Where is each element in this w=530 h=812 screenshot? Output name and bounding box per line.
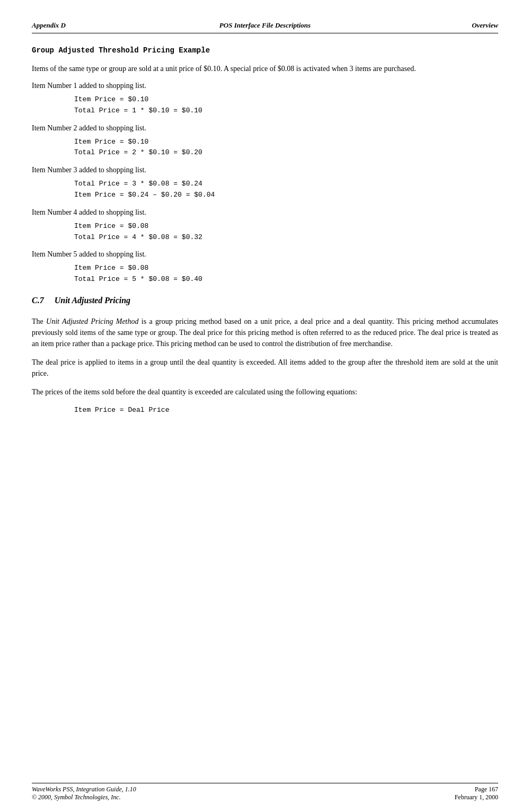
item-4-code-line-2: Total Price = 4 * $0.08 = $0.32 (74, 232, 498, 243)
section-c7-heading: C.7 Unit Adjusted Pricing (32, 296, 498, 305)
footer-left-line1: WaveWorks PSS, Integration Guide, 1.10 (32, 785, 136, 793)
item-1: Item Number 1 added to shopping list. It… (32, 82, 498, 117)
item-4-code-line-1: Item Price = $0.08 (74, 221, 498, 232)
item-3-code: Total Price = 3 * $0.08 = $0.24 Item Pri… (74, 179, 498, 201)
item-5-code-line-2: Total Price = 5 * $0.08 = $0.40 (74, 274, 498, 285)
item-5: Item Number 5 added to shopping list. It… (32, 250, 498, 285)
c7-paragraph-1: The Unit Adjusted Pricing Method is a gr… (32, 316, 498, 349)
section-c7-number: C.7 (32, 296, 44, 305)
item-1-code: Item Price = $0.10 Total Price = 1 * $0.… (74, 94, 498, 117)
item-2: Item Number 2 added to shopping list. It… (32, 124, 498, 159)
item-5-code: Item Price = $0.08 Total Price = 5 * $0.… (74, 263, 498, 285)
c7-paragraph-2: The deal price is applied to items in a … (32, 357, 498, 379)
page-container: Appendix D POS Interface File Descriptio… (0, 0, 530, 812)
page-header: Appendix D POS Interface File Descriptio… (32, 21, 498, 33)
footer-left-line2: © 2000, Symbol Technologies, Inc. (32, 793, 136, 801)
section-c7-title: Unit Adjusted Pricing (55, 296, 130, 305)
c7-paragraph-3: The prices of the items sold before the … (32, 386, 498, 398)
section-heading: Group Adjusted Threshold Pricing Example (32, 46, 498, 55)
item-3-code-line-2: Item Price = $0.24 – $0.20 = $0.04 (74, 190, 498, 201)
item-2-code: Item Price = $0.10 Total Price = 2 * $0.… (74, 137, 498, 159)
header-right: Overview (343, 21, 498, 30)
c7-code-block: Item Price = Deal Price (74, 405, 498, 416)
header-center: POS Interface File Descriptions (187, 21, 342, 30)
item-4-code: Item Price = $0.08 Total Price = 4 * $0.… (74, 221, 498, 243)
item-2-label: Item Number 2 added to shopping list. (32, 124, 498, 133)
footer-right-line1: Page 167 (455, 785, 498, 793)
page-footer: WaveWorks PSS, Integration Guide, 1.10 ©… (32, 783, 498, 801)
item-1-label: Item Number 1 added to shopping list. (32, 82, 498, 90)
item-5-label: Item Number 5 added to shopping list. (32, 250, 498, 259)
intro-paragraph: Items of the same type or group are sold… (32, 63, 498, 74)
item-2-code-line-1: Item Price = $0.10 (74, 137, 498, 148)
item-1-code-line-2: Total Price = 1 * $0.10 = $0.10 (74, 105, 498, 117)
c7-italic-phrase: Unit Adjusted Pricing Method (46, 317, 138, 325)
footer-right-line2: February 1, 2000 (455, 793, 498, 801)
item-3-code-line-1: Total Price = 3 * $0.08 = $0.24 (74, 179, 498, 190)
c7-code-line: Item Price = Deal Price (74, 405, 498, 416)
item-3: Item Number 3 added to shopping list. To… (32, 166, 498, 201)
item-1-code-line-1: Item Price = $0.10 (74, 94, 498, 105)
footer-right: Page 167 February 1, 2000 (455, 785, 498, 801)
item-4-label: Item Number 4 added to shopping list. (32, 208, 498, 217)
item-4: Item Number 4 added to shopping list. It… (32, 208, 498, 243)
item-3-label: Item Number 3 added to shopping list. (32, 166, 498, 174)
item-5-code-line-1: Item Price = $0.08 (74, 263, 498, 274)
footer-left: WaveWorks PSS, Integration Guide, 1.10 ©… (32, 785, 136, 801)
header-left: Appendix D (32, 21, 187, 30)
item-2-code-line-2: Total Price = 2 * $0.10 = $0.20 (74, 147, 498, 158)
